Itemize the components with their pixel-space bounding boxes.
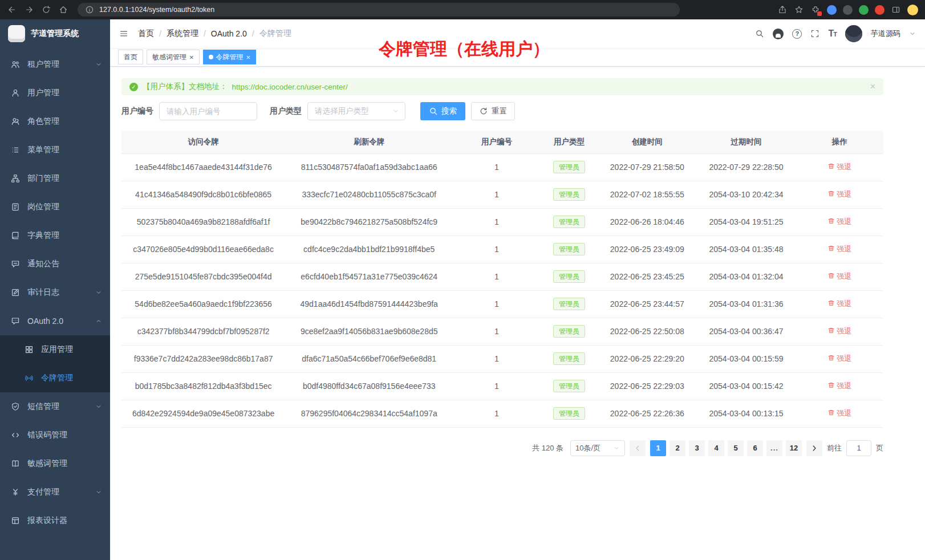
user-id-input[interactable]	[159, 102, 257, 120]
browser-chrome: 127.0.0.1:1024/system/oauth2/token	[0, 0, 925, 19]
tab-close-icon[interactable]: ×	[189, 54, 194, 61]
breadcrumb-item[interactable]: OAuth 2.0	[211, 29, 247, 38]
pagination-page-1[interactable]: 1	[650, 440, 666, 456]
pagination-more-icon[interactable]: ...	[766, 440, 782, 456]
prev-page-button[interactable]	[630, 440, 646, 456]
sidebar-item-notice[interactable]: 通知公告	[0, 250, 110, 278]
user-type-cell: 管理员	[541, 153, 598, 181]
site-info-icon[interactable]	[84, 5, 95, 15]
search-button[interactable]: 搜索	[420, 102, 465, 120]
expire-time-cell: 2054-03-04 00:15:42	[697, 372, 796, 400]
github-icon[interactable]	[773, 29, 784, 39]
browser-forward-icon[interactable]	[24, 5, 34, 15]
doc-link[interactable]: https://doc.iocoder.cn/user-center/	[232, 83, 348, 91]
user-menu-caret-icon[interactable]	[909, 30, 916, 37]
sidebar-item-dict[interactable]: 字典管理	[0, 221, 110, 250]
sidebar-item-post[interactable]: 岗位管理	[0, 193, 110, 221]
access-token-cell: 1ea5e44f8bc1467aaede43144f31de76	[121, 153, 285, 181]
sidebar-item-label: 错误码管理	[27, 430, 102, 440]
user-type-cell: 管理员	[541, 181, 598, 208]
extension-red-icon[interactable]	[875, 5, 885, 15]
doc-alert: ✓ 【用户体系】文档地址： https://doc.iocoder.cn/use…	[121, 78, 883, 95]
font-size-icon[interactable]: TT	[828, 29, 837, 39]
fullscreen-icon[interactable]	[810, 29, 819, 38]
trash-icon	[827, 217, 835, 226]
browser-reload-icon[interactable]	[41, 5, 51, 15]
tab-sensitive-word[interactable]: 敏感词管理×	[147, 50, 200, 64]
force-logout-button[interactable]: 强退	[827, 217, 851, 227]
force-logout-button[interactable]: 强退	[827, 408, 851, 419]
sidebar-item-oauth2[interactable]: OAuth 2.0	[0, 307, 110, 335]
sidebar-item-user[interactable]: 用户管理	[0, 79, 110, 107]
sidebar-item-sms[interactable]: 短信管理	[0, 392, 110, 421]
next-page-button[interactable]	[806, 440, 822, 456]
help-icon[interactable]: ?	[792, 29, 802, 39]
user-type-cell: 管理员	[541, 263, 598, 290]
pagination-page-6[interactable]: 6	[747, 440, 763, 456]
breadcrumb-item[interactable]: 首页	[138, 29, 154, 39]
alert-close-icon[interactable]: ×	[870, 82, 875, 91]
force-logout-button[interactable]: 强退	[827, 299, 851, 309]
extension-badge-icon[interactable]	[810, 5, 821, 15]
sidebar-item-label: 敏感词管理	[27, 458, 102, 469]
force-logout-button[interactable]: 强退	[827, 326, 851, 336]
sidebar-item-dept[interactable]: 部门管理	[0, 164, 110, 193]
sidebar-item-oauth2-application[interactable]: 应用管理	[0, 335, 110, 364]
force-logout-button[interactable]: 强退	[827, 162, 851, 172]
sidebar-item-error-code[interactable]: 错误码管理	[0, 421, 110, 449]
tab-close-icon[interactable]: ×	[246, 54, 251, 61]
extension-blue-icon[interactable]	[827, 5, 837, 15]
force-logout-button[interactable]: 强退	[827, 189, 851, 200]
share-icon[interactable]	[777, 5, 788, 15]
side-panel-icon[interactable]	[891, 5, 901, 15]
pagination-page-12[interactable]: 12	[786, 440, 802, 456]
magnifier-icon	[429, 107, 438, 116]
browser-profile-avatar[interactable]	[907, 5, 918, 15]
breadcrumb-item[interactable]: 系统管理	[167, 29, 198, 39]
access-token-cell: 275e5de9151045fe87cbdc395e004f4d	[121, 263, 285, 290]
browser-home-icon[interactable]	[58, 5, 68, 15]
address-bar[interactable]: 127.0.0.1:1024/system/oauth2/token	[78, 3, 680, 17]
pagination-page-3[interactable]: 3	[689, 440, 705, 456]
access-token-cell: c347026e805e4d99b0d116eae66eda8c	[121, 236, 285, 263]
sidebar-item-role[interactable]: 角色管理	[0, 107, 110, 136]
extension-green-icon[interactable]	[859, 5, 869, 15]
force-logout-button[interactable]: 强退	[827, 381, 851, 391]
pagination-page-5[interactable]: 5	[728, 440, 744, 456]
sidebar-item-menu[interactable]: 菜单管理	[0, 136, 110, 164]
created-time-cell: 2022-06-25 22:29:20	[598, 345, 697, 372]
sidebar-item-label: 用户管理	[27, 88, 102, 98]
page-size-select[interactable]: 10条/页	[570, 440, 625, 456]
bookmark-star-icon[interactable]	[794, 5, 804, 15]
goto-page-input[interactable]	[846, 440, 871, 456]
expire-time-cell: 2054-03-04 00:36:47	[697, 318, 796, 345]
sidebar-item-oauth2-token[interactable]: 令牌管理	[0, 364, 110, 392]
sidebar-item-sensitive-word[interactable]: 敏感词管理	[0, 449, 110, 478]
pagination-page-2[interactable]: 2	[670, 440, 685, 456]
action-cell: 强退	[796, 236, 883, 263]
force-logout-button[interactable]: 强退	[827, 354, 851, 364]
user-name[interactable]: 芋道源码	[871, 29, 900, 39]
tab-home[interactable]: 首页	[118, 50, 143, 64]
reset-button[interactable]: 重置	[471, 102, 515, 120]
sidebar-item-pay[interactable]: 支付管理	[0, 478, 110, 506]
refresh-token-cell: 9ce8ef2aa9f14056b831ae9b608e28d5	[285, 318, 453, 345]
user-avatar[interactable]	[845, 25, 862, 42]
force-logout-button[interactable]: 强退	[827, 271, 851, 282]
user-id-cell: 1	[453, 208, 541, 236]
collapse-sidebar-icon[interactable]	[119, 29, 128, 38]
pagination-page-4[interactable]: 4	[708, 440, 724, 456]
user-type-select[interactable]: 请选择用户类型	[307, 102, 405, 120]
search-icon[interactable]	[755, 29, 764, 38]
app-logo-row[interactable]: 芋道管理系统	[0, 19, 110, 48]
sidebar-item-audit-log[interactable]: 审计日志	[0, 278, 110, 307]
refresh-token-cell: cdfc4ce9c2da4bb1bdf21b9918ff4be5	[285, 236, 453, 263]
sidebar-item-report-designer[interactable]: 报表设计器	[0, 506, 110, 535]
sidebar-item-tenant[interactable]: 租户管理	[0, 50, 110, 79]
force-logout-button[interactable]: 强退	[827, 244, 851, 254]
tab-oauth2-token[interactable]: 令牌管理×	[203, 50, 257, 64]
breadcrumb-separator: /	[252, 29, 254, 38]
extension-dark-icon[interactable]	[843, 5, 853, 15]
active-tab-dot	[209, 55, 213, 59]
browser-back-icon[interactable]	[7, 5, 17, 15]
